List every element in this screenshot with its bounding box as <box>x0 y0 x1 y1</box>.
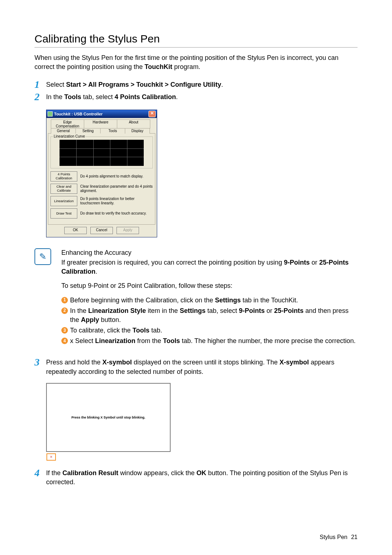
s3c: displayed on the screen until it stops b… <box>132 359 279 366</box>
tools-panel: Linearization Curve 4 Points Calibration… <box>48 133 155 225</box>
page: Calibrating the Stylus Pen When using th… <box>0 0 392 555</box>
calibration-message: Press the blinking X Symbol until stop b… <box>72 416 146 419</box>
note-icon: ✎ <box>34 248 51 265</box>
b3a: To calibrate, click the <box>70 327 132 334</box>
note-bullet-3: 3 To calibrate, click the Tools tab. <box>61 326 358 335</box>
step-number-2: 2 <box>34 93 46 101</box>
calibration-screen: Press the blinking X Symbol until stop b… <box>46 383 171 452</box>
touchkit-screenshot: Touchkit : USB Controller ✕ Edge Compens… <box>46 110 157 237</box>
bullet-num-3-icon: 3 <box>61 327 68 334</box>
b2f: 9-Points <box>239 307 265 314</box>
calibration-screenshot: Press the blinking X Symbol until stop b… <box>46 383 171 461</box>
row-linearization: Linearization Do 9 points linearization … <box>50 196 153 206</box>
dialog-titlebar: Touchkit : USB Controller ✕ <box>46 110 157 118</box>
note-p1b: 9-Points <box>284 259 310 266</box>
b3c: tab. <box>150 327 162 334</box>
b2e: tab, select <box>205 307 239 314</box>
b2k: button. <box>99 316 121 323</box>
s4a: If the <box>46 469 62 477</box>
b2h: 25-Points <box>274 307 303 314</box>
row-draw-test: Draw Test Do draw test to verify the tou… <box>50 208 153 219</box>
tab-about[interactable]: About <box>117 119 150 128</box>
intro-text-end: program. <box>172 63 200 70</box>
note-bullet-4: 4 x Select Linearization from the Tools … <box>61 336 358 346</box>
step2-tab: Tools <box>64 93 81 101</box>
4points-description: Do 4 points alignment to match display. <box>80 174 153 179</box>
touchkit-dialog: Touchkit : USB Controller ✕ Edge Compens… <box>46 110 157 237</box>
b4d: Tools <box>163 337 180 344</box>
note-p1c: or <box>310 259 319 266</box>
s3a: Press and hold the <box>46 359 102 366</box>
note-p1a: If greater precision is required, you ca… <box>61 259 284 266</box>
b2b: Linearization Style <box>88 307 146 314</box>
b1b: Settings <box>215 297 241 304</box>
b4a: x Select <box>70 337 95 344</box>
b3b: Tools <box>132 327 150 334</box>
note-bullet-1: 1 Before beginning with the Calibration,… <box>61 296 358 305</box>
b2d: Settings <box>180 307 205 314</box>
b1c: tab in the TouchKit. <box>241 297 298 304</box>
linearization-group: Linearization Curve <box>50 136 153 168</box>
bullet-num-1-icon: 1 <box>61 297 68 303</box>
tab-setting[interactable]: Setting <box>75 128 101 134</box>
intro-paragraph: When using the Stylus Pen for the first … <box>34 53 358 72</box>
b2c: item in the <box>146 307 180 314</box>
step-2: 2 In the Tools tab, select 4 Points Cali… <box>34 93 358 102</box>
step2-pre: In the <box>46 93 64 101</box>
note-bullet-2: 2 In the Linearization Style item in the… <box>61 306 358 325</box>
step-number-4: 4 <box>34 469 46 477</box>
linearization-curve-display <box>60 140 144 166</box>
step2-post: . <box>176 93 178 101</box>
calibration-close-icon[interactable]: × <box>46 453 56 461</box>
clear-and-calibrate-button[interactable]: Clear and Calibrate <box>50 184 77 194</box>
draw-test-button[interactable]: Draw Test <box>50 208 77 219</box>
row-clear-calibrate: Clear and Calibrate Clear linearization … <box>50 184 153 194</box>
tab-tools[interactable]: Tools <box>100 128 125 134</box>
s3b: X-symbol <box>102 359 132 366</box>
4points-calibration-button[interactable]: 4 Points Calibration <box>50 171 77 181</box>
apply-button[interactable]: Apply <box>117 227 139 234</box>
clear-calibrate-description: Clear linearization parameter and do 4 p… <box>80 184 153 193</box>
note-block: ✎ Enhancing the Accuracy If greater prec… <box>34 248 358 347</box>
s4b: Calibration Result <box>62 469 118 477</box>
step-1: 1 Select Start > All Programs > Touchkit… <box>34 80 358 89</box>
s4c: window appears, click the <box>118 469 196 477</box>
footer-page-number: 21 <box>351 534 358 540</box>
note-p1e: . <box>95 268 97 275</box>
b1a: Before beginning with the Calibration, c… <box>70 297 215 304</box>
note-p2: To setup 9-Point or 25 Point Calibration… <box>61 281 358 290</box>
step1-path: Start > All Programs > Touchkit > Config… <box>66 81 221 88</box>
tab-edge-compensation[interactable]: Edge Compensation <box>51 119 84 128</box>
row-4points: 4 Points Calibration Do 4 points alignme… <box>50 171 153 181</box>
tab-general[interactable]: General <box>51 128 76 134</box>
s3d: X-symbol <box>279 359 309 366</box>
close-icon[interactable]: ✕ <box>148 111 156 117</box>
b2j: Apply <box>81 316 99 323</box>
b2g: or <box>265 307 274 314</box>
step-4: 4 If the Calibration Result window appea… <box>34 469 358 487</box>
b4b: Linearization <box>95 337 135 344</box>
footer-section: Stylus Pen <box>320 534 347 540</box>
tab-hardware[interactable]: Hardware <box>84 119 117 128</box>
cancel-button[interactable]: Cancel <box>90 227 113 234</box>
note-p1: If greater precision is required, you ca… <box>61 258 358 276</box>
app-icon <box>48 111 53 117</box>
tab-display[interactable]: Display <box>125 128 150 134</box>
dialog-title: Touchkit : USB Controller <box>54 112 103 116</box>
page-title: Calibrating the Stylus Pen <box>34 33 358 45</box>
note-heading: Enhancing the Accuracy <box>61 248 358 257</box>
page-footer: Stylus Pen21 <box>320 534 358 540</box>
step2-mid: tab, select <box>81 93 115 101</box>
heading-rule <box>34 47 358 48</box>
step1-pre: Select <box>46 81 66 88</box>
step2-option: 4 Points Calibration <box>115 93 176 101</box>
step1-post: . <box>221 81 223 88</box>
intro-program-name: TouchKit <box>144 63 172 70</box>
b2a: In the <box>70 307 88 314</box>
step-number-1: 1 <box>34 80 46 89</box>
draw-test-description: Do draw test to verify the touch accurac… <box>80 211 153 216</box>
linearization-button[interactable]: Linearization <box>50 196 77 206</box>
bullet-num-4-icon: 4 <box>61 338 68 344</box>
linearization-description: Do 9 points linearization for better tou… <box>80 197 153 205</box>
ok-button[interactable]: OK <box>64 227 87 234</box>
